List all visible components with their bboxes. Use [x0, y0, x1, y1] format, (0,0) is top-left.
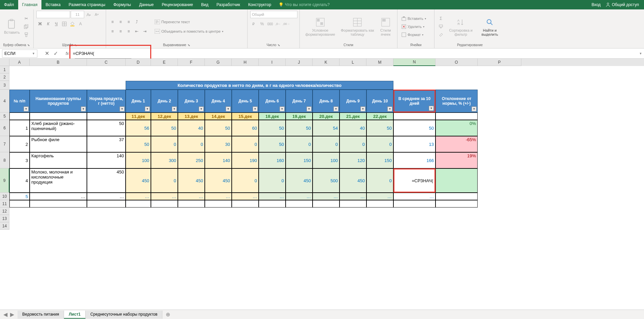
row2-avg[interactable]: 13: [393, 136, 436, 152]
cell-4-11[interactable]: [151, 200, 178, 208]
row5-val0[interactable]: …: [126, 193, 151, 200]
row5-name[interactable]: …: [30, 193, 87, 200]
filter-arrow-icon[interactable]: ▼: [280, 106, 285, 111]
bold-button[interactable]: Ж: [36, 20, 44, 28]
column-header-O[interactable]: O: [436, 59, 478, 66]
row-header-9[interactable]: 9: [0, 168, 9, 193]
menu-tab-developer[interactable]: Разработчик: [213, 0, 244, 9]
row1-val3[interactable]: 50: [205, 120, 232, 136]
cell-7-11[interactable]: [232, 200, 259, 208]
header-name[interactable]: Наименование группы продуктов▼: [30, 90, 87, 113]
find-select-button[interactable]: Найти и выделить: [477, 15, 503, 38]
number-dialog-launcher[interactable]: ⬊: [278, 43, 280, 47]
row-header-14[interactable]: 14: [0, 222, 9, 230]
column-header-M[interactable]: M: [366, 59, 393, 66]
column-header-I[interactable]: I: [259, 59, 286, 66]
cell-10-11[interactable]: [313, 200, 340, 208]
wrap-text-button[interactable]: Перенести текст: [153, 18, 225, 26]
header-avg[interactable]: В среднем за 10 дней▼: [393, 90, 436, 113]
align-top-button[interactable]: ≡: [109, 18, 116, 26]
row4-num[interactable]: 4: [9, 168, 30, 193]
row5-val1[interactable]: …: [151, 193, 178, 200]
row-header-5[interactable]: 5: [0, 113, 9, 120]
fill-color-button[interactable]: [69, 20, 76, 28]
row3-val8[interactable]: 120: [340, 152, 366, 168]
formula-input[interactable]: [71, 50, 637, 58]
font-family-select[interactable]: [36, 11, 70, 18]
percent-button[interactable]: %: [258, 20, 266, 28]
row1-val6[interactable]: 50: [286, 120, 313, 136]
worksheet-grid[interactable]: ABCDEFGHIJKLMNOP 1234567891011121314 Кол…: [0, 59, 644, 310]
header-day-8[interactable]: День 8▼: [313, 90, 340, 113]
row4-norm[interactable]: 450: [87, 168, 126, 193]
row-header-6[interactable]: 6: [0, 120, 9, 136]
currency-button[interactable]: ₽: [250, 20, 258, 28]
share-button[interactable]: Общий доступ: [606, 2, 639, 7]
menu-tab-formulas[interactable]: Формулы: [109, 0, 135, 9]
add-sheet-button[interactable]: ⊕: [162, 311, 173, 318]
row5-dev[interactable]: [436, 193, 478, 200]
column-header-A[interactable]: A: [9, 59, 30, 66]
row-header-3[interactable]: 3: [0, 81, 9, 90]
row-header-1[interactable]: 1: [0, 66, 9, 73]
date-5[interactable]: 18.дек: [259, 113, 286, 120]
login-link[interactable]: Вход: [591, 2, 601, 7]
clipboard-dialog-launcher[interactable]: ⬊: [27, 43, 30, 47]
menu-tab-review[interactable]: Рецензирование: [158, 0, 197, 9]
menu-tab-pagelayout[interactable]: Разметка страницы: [65, 0, 109, 9]
date-6[interactable]: 19.дек: [286, 113, 313, 120]
cell-3-11[interactable]: [126, 200, 151, 208]
cell-styles-button[interactable]: Стили ячеек: [377, 15, 394, 38]
filter-arrow-icon[interactable]: ▼: [429, 106, 434, 111]
clear-button[interactable]: [437, 31, 445, 38]
cut-button[interactable]: ✂: [23, 15, 30, 22]
chevron-down-icon[interactable]: ▼: [32, 52, 35, 55]
menu-tab-data[interactable]: Данные: [135, 0, 158, 9]
cell-n11[interactable]: [393, 200, 436, 208]
row5-val9[interactable]: …: [366, 193, 393, 200]
autosum-button[interactable]: Σ: [437, 15, 445, 22]
paste-button[interactable]: Вставить: [3, 18, 21, 36]
row4-val8[interactable]: 450: [340, 168, 366, 193]
cell-11-11[interactable]: [340, 200, 366, 208]
column-header-L[interactable]: L: [340, 59, 366, 66]
row3-val7[interactable]: 100: [313, 152, 340, 168]
date-4[interactable]: 15.дек: [232, 113, 259, 120]
cell-8-11[interactable]: [259, 200, 286, 208]
row2-val4[interactable]: 0: [232, 136, 259, 152]
header-day-3[interactable]: День 3▼: [178, 90, 205, 113]
cell-o11[interactable]: [436, 200, 478, 208]
row-header-4[interactable]: 4: [0, 90, 9, 113]
row5-val7[interactable]: …: [313, 193, 340, 200]
font-size-select[interactable]: [71, 11, 84, 18]
row-header-10[interactable]: 10: [0, 193, 9, 200]
decrease-font-button[interactable]: A▾: [93, 11, 100, 18]
row1-val2[interactable]: 40: [178, 120, 205, 136]
row1-val5[interactable]: 50: [259, 120, 286, 136]
font-dialog-launcher[interactable]: ⬊: [74, 43, 77, 47]
header-day-10[interactable]: День 10▼: [366, 90, 393, 113]
row3-val0[interactable]: 100: [126, 152, 151, 168]
row2-val0[interactable]: 50: [126, 136, 151, 152]
row1-dev[interactable]: 0%: [436, 120, 478, 136]
date-3[interactable]: 14.дек: [205, 113, 232, 120]
align-right-button[interactable]: ≡: [125, 28, 132, 35]
expand-formula-bar-button[interactable]: ▼: [637, 52, 644, 55]
column-header-H[interactable]: H: [232, 59, 259, 66]
menu-tab-file[interactable]: Файл: [0, 0, 18, 9]
cell-a11[interactable]: [9, 200, 30, 208]
header-norm[interactable]: Норма продукта, г (нетто)▼: [87, 90, 126, 113]
cell-b11[interactable]: [30, 200, 87, 208]
filter-arrow-icon[interactable]: ▼: [145, 106, 150, 111]
filter-arrow-icon[interactable]: ▼: [253, 106, 258, 111]
sheet-tab[interactable]: Лист1: [64, 311, 86, 319]
cell-a5[interactable]: [9, 113, 30, 120]
row4-val6[interactable]: 450: [286, 168, 313, 193]
row1-val0[interactable]: 56: [126, 120, 151, 136]
cancel-formula-button[interactable]: ✕: [43, 50, 51, 58]
column-header-B[interactable]: B: [30, 59, 87, 66]
header-num[interactable]: № п/п▼: [9, 90, 30, 113]
row2-val1[interactable]: 0: [151, 136, 178, 152]
column-header-C[interactable]: C: [87, 59, 126, 66]
row5-val8[interactable]: …: [340, 193, 366, 200]
